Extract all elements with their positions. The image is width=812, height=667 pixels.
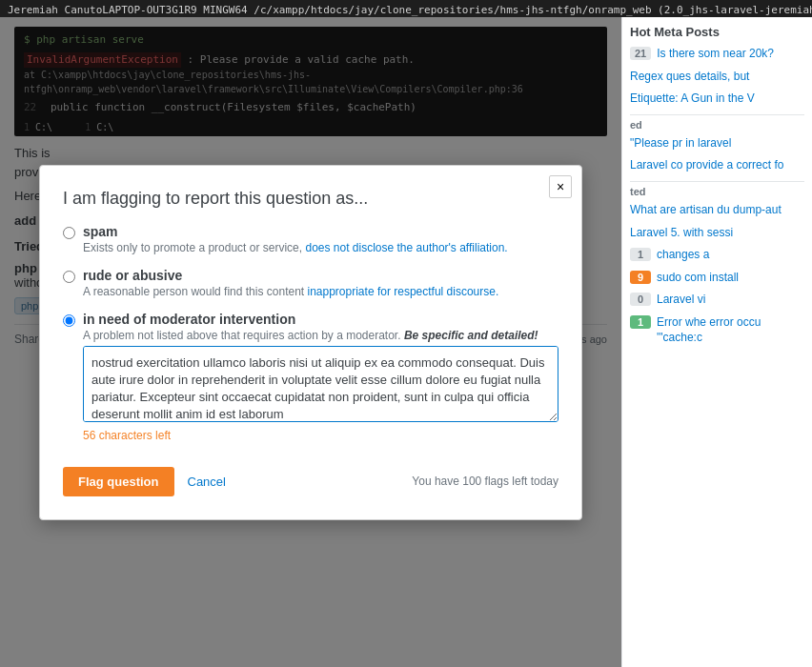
sidebar-count-10: 9 (630, 271, 651, 284)
sidebar-item-11: 0 Laravel vi (630, 293, 804, 308)
sidebar-section-ed: ed (630, 119, 804, 131)
sidebar-link-11[interactable]: Laravel vi (657, 293, 705, 308)
sidebar-item-10: 9 sudo com install (630, 271, 804, 286)
flag-modal: × I am flagging to report this question … (39, 165, 582, 520)
sidebar: Hot Meta Posts 21 Is there som near 20k?… (621, 17, 812, 667)
flags-left: You have 100 flags left today (412, 475, 558, 488)
rude-radio[interactable] (63, 271, 75, 283)
rude-discourse-link[interactable]: inappropriate for respectful discourse. (308, 285, 499, 298)
sidebar-link-10[interactable]: sudo com install (657, 271, 739, 286)
spam-label[interactable]: spam (83, 224, 118, 239)
sidebar-item-9: 1 changes a (630, 248, 804, 263)
sidebar-title: Hot Meta Posts (630, 25, 804, 39)
moderator-desc: A problem not listed above that requires… (83, 329, 558, 342)
terminal-bar: Jeremiah CanutoLAPTOP-OUT3G1R9 MINGW64 /… (0, 0, 812, 17)
sidebar-link-2[interactable]: Etiquette: A Gun in the V (630, 91, 755, 107)
spam-affiliation-link[interactable]: does not disclose the author's affiliati… (305, 241, 507, 254)
sidebar-item-7: What are artisan du dump-aut (630, 203, 804, 218)
flag-question-button[interactable]: Flag question (63, 467, 174, 496)
moderator-radio[interactable] (63, 314, 75, 327)
sidebar-item-5: Laravel co provide a correct fo (630, 158, 804, 173)
rude-desc: A reasonable person would find this cont… (83, 285, 498, 298)
sidebar-link-9[interactable]: changes a (657, 248, 709, 263)
sidebar-count-11: 0 (630, 293, 651, 306)
sidebar-count-9: 1 (630, 248, 651, 261)
spam-radio[interactable] (63, 227, 75, 239)
modal-close-button[interactable]: × (549, 175, 572, 198)
modal-title: I am flagging to report this question as… (63, 189, 558, 209)
sidebar-link-4[interactable]: "Please pr in laravel (630, 136, 731, 152)
sidebar-item-1: Regex ques details, but (630, 70, 804, 85)
sidebar-count-0: 21 (630, 47, 651, 60)
sidebar-item-12: 1 Error whe error occu '"cache:c (630, 315, 804, 345)
sidebar-item-4: "Please pr in laravel (630, 136, 804, 152)
chars-left: 56 characters left (83, 429, 558, 442)
sidebar-section-ted: ted (630, 186, 804, 197)
sidebar-link-1[interactable]: Regex ques details, but (630, 70, 749, 85)
spam-option: spam Exists only to promote a product or… (63, 224, 558, 254)
moderator-option: in need of moderator intervention A prob… (63, 312, 558, 454)
content-area: $ php artisan serve InvalidArgumentExcep… (0, 17, 621, 667)
sidebar-item-8: Laravel 5. with sessi (630, 226, 804, 241)
rude-option: rude or abusive A reasonable person woul… (63, 268, 558, 298)
moderator-label[interactable]: in need of moderator intervention (83, 312, 295, 327)
sidebar-link-5[interactable]: Laravel co provide a correct fo (630, 158, 783, 173)
sidebar-link-0[interactable]: Is there som near 20k? (657, 47, 774, 62)
sidebar-link-12[interactable]: Error whe error occu '"cache:c (657, 315, 804, 345)
spam-desc: Exists only to promote a product or serv… (83, 241, 508, 254)
modal-footer: Flag question Cancel You have 100 flags … (63, 467, 558, 496)
sidebar-link-7[interactable]: What are artisan du dump-aut (630, 203, 782, 218)
sidebar-item-0: 21 Is there som near 20k? (630, 47, 804, 62)
sidebar-item-2: Etiquette: A Gun in the V (630, 91, 804, 107)
cancel-button[interactable]: Cancel (184, 471, 230, 493)
modal-overlay[interactable]: × I am flagging to report this question … (0, 17, 621, 667)
sidebar-count-12: 1 (630, 315, 651, 329)
rude-label[interactable]: rude or abusive (83, 268, 182, 283)
sidebar-link-8[interactable]: Laravel 5. with sessi (630, 226, 733, 241)
flag-textarea[interactable]: nostrud exercitation ullamco laboris nis… (83, 346, 558, 422)
